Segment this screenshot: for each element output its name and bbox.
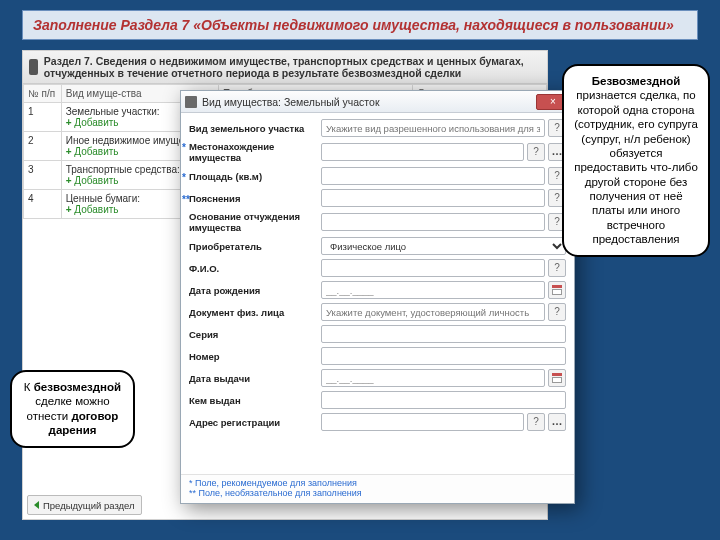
section-7-title: Раздел 7. Сведения о недвижимом имуществ… <box>44 55 541 79</box>
area-input[interactable] <box>321 167 545 185</box>
help-icon[interactable]: ? <box>527 413 545 431</box>
footnote-recommended: * Поле, рекомендуемое для заполнения <box>189 478 566 488</box>
series-input[interactable] <box>321 325 566 343</box>
prev-section-button[interactable]: Предыдущий раздел <box>27 495 142 515</box>
series-label: Серия <box>189 329 321 340</box>
location-input[interactable] <box>321 143 524 161</box>
field-number: Номер <box>189 347 566 365</box>
cell-n: 2 <box>24 132 62 161</box>
field-location: *Местонахождение имущества?… <box>189 141 566 163</box>
section-icon <box>29 59 38 75</box>
field-landtype: Вид земельного участка? <box>189 119 566 137</box>
footnote-optional: ** Поле, необязательное для заполнения <box>189 488 566 498</box>
doctype-input[interactable] <box>321 303 545 321</box>
landtype-label: Вид земельного участка <box>189 123 321 134</box>
field-notes: **Пояснения? <box>189 189 566 207</box>
marker: * <box>182 172 186 183</box>
addr-input[interactable] <box>321 413 524 431</box>
fio-label: Ф.И.О. <box>189 263 321 274</box>
callout-right: Безвозмездной признается сделка, по кото… <box>562 64 710 257</box>
marker: ** <box>182 194 190 205</box>
section-7-header: Раздел 7. Сведения о недвижимом имуществ… <box>23 51 547 84</box>
marker: * <box>182 142 186 153</box>
fio-input[interactable] <box>321 259 545 277</box>
issuer-label: Кем выдан <box>189 395 321 406</box>
basis-label: Основание отчуждения имущества <box>189 211 321 233</box>
cell-n: 4 <box>24 190 62 219</box>
issued-label: Дата выдачи <box>189 373 321 384</box>
number-label: Номер <box>189 351 321 362</box>
content-area: Раздел 7. Сведения о недвижимом имуществ… <box>22 50 698 520</box>
help-icon[interactable]: ? <box>548 303 566 321</box>
help-icon[interactable]: ? <box>527 143 545 161</box>
field-series: Серия <box>189 325 566 343</box>
landtype-input[interactable] <box>321 119 545 137</box>
location-label: *Местонахождение имущества <box>189 141 321 163</box>
field-basis: Основание отчуждения имущества? <box>189 211 566 233</box>
field-doctype: Документ физ. лица? <box>189 303 566 321</box>
area-label: *Площадь (кв.м) <box>189 171 321 182</box>
callout-left: К безвозмездной сделке можно отнести дог… <box>10 370 135 448</box>
col-n: № п/п <box>24 85 62 103</box>
dialog-title: Вид имущества: Земельный участок <box>202 96 379 108</box>
field-area: *Площадь (кв.м)? <box>189 167 566 185</box>
field-addr: Адрес регистрации?… <box>189 413 566 431</box>
ellipsis-button[interactable]: … <box>548 413 566 431</box>
dob-label: Дата рождения <box>189 285 321 296</box>
field-issued: Дата выдачи <box>189 369 566 387</box>
field-buyer: ПриобретательФизическое лицо <box>189 237 566 255</box>
dialog-icon <box>185 96 197 108</box>
cell-n: 3 <box>24 161 62 190</box>
slide-title: Заполнение Раздела 7 «Объекты недвижимог… <box>22 10 698 40</box>
calendar-icon[interactable] <box>548 369 566 387</box>
calendar-icon[interactable] <box>548 281 566 299</box>
dialog-titlebar: Вид имущества: Земельный участок × <box>181 91 574 113</box>
cell-n: 1 <box>24 103 62 132</box>
number-input[interactable] <box>321 347 566 365</box>
notes-label: **Пояснения <box>189 193 321 204</box>
issuer-input[interactable] <box>321 391 566 409</box>
buyer-label: Приобретатель <box>189 241 321 252</box>
field-fio: Ф.И.О.? <box>189 259 566 277</box>
buyer-select[interactable]: Физическое лицо <box>321 237 566 255</box>
doctype-label: Документ физ. лица <box>189 307 321 318</box>
addr-label: Адрес регистрации <box>189 417 321 428</box>
dialog-body: Вид земельного участка?*Местонахождение … <box>181 113 574 474</box>
basis-input[interactable] <box>321 213 545 231</box>
field-dob: Дата рождения <box>189 281 566 299</box>
issued-input[interactable] <box>321 369 545 387</box>
help-icon[interactable]: ? <box>548 259 566 277</box>
dob-input[interactable] <box>321 281 545 299</box>
notes-input[interactable] <box>321 189 545 207</box>
property-dialog: Вид имущества: Земельный участок × Вид з… <box>180 90 575 504</box>
field-issuer: Кем выдан <box>189 391 566 409</box>
dialog-footer: * Поле, рекомендуемое для заполнения ** … <box>181 474 574 503</box>
